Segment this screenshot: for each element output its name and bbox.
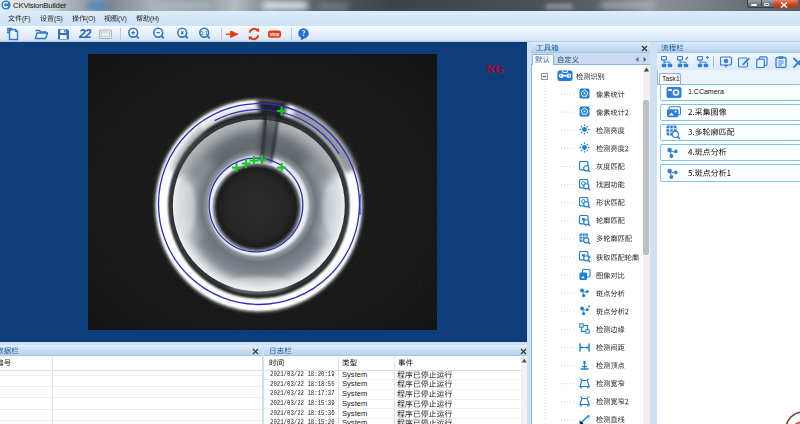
svg-text:stop: stop	[270, 32, 280, 37]
svg-text:1:1: 1:1	[200, 30, 208, 36]
svg-text:?: ?	[302, 29, 306, 38]
